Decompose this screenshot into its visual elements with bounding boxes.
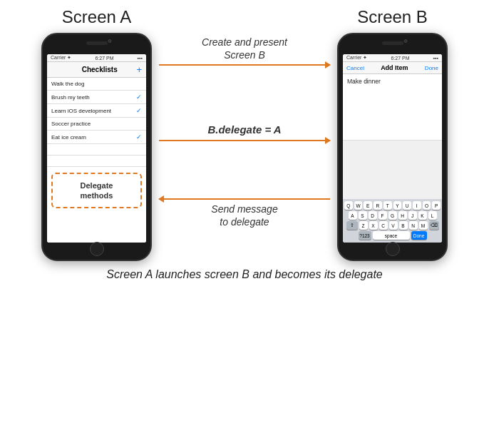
- screen-a-title: Screen A: [62, 7, 131, 27]
- screen-b-nav: Cancel Add Item Done: [343, 62, 442, 74]
- key-f[interactable]: F: [379, 211, 387, 220]
- kb-row-2: A S D F G H J K L: [344, 211, 441, 220]
- kb-row-3: ⇧ Z X C V B N M ⌫: [344, 221, 441, 230]
- key-l[interactable]: L: [428, 211, 437, 220]
- key-w[interactable]: W: [354, 201, 363, 210]
- screen-a-status: Carrier ✦ 6:27 PM ▪▪▪: [47, 54, 146, 62]
- carrier-a: Carrier ✦: [51, 55, 71, 61]
- text-input-area[interactable]: Make dinner: [343, 74, 442, 141]
- list-item-4[interactable]: Soccer practice: [47, 118, 146, 131]
- key-i[interactable]: I: [413, 201, 421, 210]
- list-item-2-check: ✓: [136, 93, 142, 101]
- key-u[interactable]: U: [403, 201, 411, 210]
- screen-b-status: Carrier ✦ 6:27 PM ▪▪▪: [343, 54, 442, 62]
- kb-row-4: ?123 space Done: [344, 231, 441, 240]
- key-shift[interactable]: ⇧: [346, 221, 358, 230]
- kb-row-1: Q W E R T Y U I O P: [344, 201, 441, 210]
- key-t[interactable]: T: [384, 201, 392, 210]
- cancel-button[interactable]: Cancel: [346, 65, 364, 71]
- input-spacer: [343, 141, 442, 199]
- arrow-block-2: B.delegate = A: [159, 123, 330, 141]
- key-b[interactable]: B: [399, 221, 408, 230]
- input-text: Make dinner: [347, 78, 381, 85]
- list-item-5-check: ✓: [136, 133, 142, 141]
- key-e[interactable]: E: [364, 201, 372, 210]
- screen-b-nav-title: Add Item: [381, 64, 408, 71]
- delegate-box: Delegate methods: [51, 173, 142, 208]
- battery-b: ▪▪▪: [433, 56, 438, 61]
- list-item-5-label: Eat ice cream: [51, 134, 86, 141]
- key-y[interactable]: Y: [393, 201, 402, 210]
- list-item-3-check: ✓: [136, 107, 142, 114]
- key-c[interactable]: C: [379, 221, 388, 230]
- arrow-1-line: [159, 64, 330, 66]
- list-item-5[interactable]: Eat ice cream ✓: [47, 131, 146, 144]
- arrow-block-3: Send message to delegate: [159, 198, 330, 228]
- arrow-2-text: B.delegate = A: [207, 123, 281, 136]
- screen-a-nav-title: Checklists: [82, 66, 118, 73]
- phone-b-screen: Carrier ✦ 6:27 PM ▪▪▪ Cancel Add Item Do…: [343, 54, 442, 243]
- delegate-line2: methods: [81, 191, 113, 200]
- key-done[interactable]: Done: [411, 231, 427, 240]
- phone-b-camera: [403, 39, 407, 43]
- arrow-2-label: B.delegate = A: [207, 123, 281, 137]
- arrow-block-1: Create and present Screen B: [159, 36, 330, 66]
- checklist-items: Walk the dog Brush my teeth ✓ Learn iOS …: [47, 78, 146, 243]
- keyboard: Q W E R T Y U I O P A: [343, 199, 442, 243]
- list-item-4-label: Soccer practice: [51, 121, 91, 127]
- list-item-2[interactable]: Brush my teeth ✓: [47, 91, 146, 104]
- key-n[interactable]: N: [409, 221, 418, 230]
- key-r[interactable]: R: [374, 201, 382, 210]
- screens-row: Screen A Carrier ✦ 6:27 PM ▪▪▪ Checklist…: [14, 7, 475, 261]
- key-p[interactable]: P: [432, 201, 441, 210]
- arrow-3-label: Send message to delegate: [211, 203, 277, 228]
- arrow-1-right: [159, 64, 330, 66]
- list-item-3[interactable]: Learn iOS development ✓: [47, 104, 146, 118]
- key-k[interactable]: K: [418, 211, 427, 220]
- key-g[interactable]: G: [388, 211, 397, 220]
- list-item-empty-1: [47, 144, 146, 156]
- phone-a-camera: [108, 39, 111, 43]
- screen-a-column: Screen A Carrier ✦ 6:27 PM ▪▪▪ Checklist…: [41, 7, 152, 261]
- key-h[interactable]: H: [398, 211, 407, 220]
- done-button-b[interactable]: Done: [425, 65, 438, 71]
- delegate-line1: Delegate: [81, 181, 113, 190]
- delegate-box-text: Delegate methods: [81, 180, 113, 201]
- arrow-3-top: Send message: [211, 203, 277, 215]
- arrow-3-line: [159, 198, 330, 200]
- phone-a-screen: Carrier ✦ 6:27 PM ▪▪▪ Checklists + Walk …: [47, 54, 146, 243]
- key-o[interactable]: O: [423, 201, 431, 210]
- phone-b-home[interactable]: [386, 242, 400, 256]
- list-item-2-label: Brush my teeth: [51, 94, 90, 101]
- time-b: 6:27 PM: [391, 56, 409, 61]
- key-m[interactable]: M: [419, 221, 428, 230]
- main-container: Screen A Carrier ✦ 6:27 PM ▪▪▪ Checklist…: [0, 0, 489, 281]
- list-item-3-label: Learn iOS development: [51, 108, 111, 114]
- phone-a: Carrier ✦ 6:27 PM ▪▪▪ Checklists + Walk …: [41, 33, 152, 261]
- key-backspace[interactable]: ⌫: [429, 221, 439, 230]
- key-num[interactable]: ?123: [359, 231, 371, 240]
- key-x[interactable]: X: [369, 221, 378, 230]
- add-item-button-a[interactable]: +: [136, 64, 142, 75]
- time-a: 6:27 PM: [95, 56, 113, 61]
- key-q[interactable]: Q: [344, 201, 353, 210]
- phone-a-home[interactable]: [90, 242, 104, 256]
- carrier-b: Carrier ✦: [346, 55, 367, 61]
- battery-a: ▪▪▪: [138, 56, 143, 61]
- list-item-empty-2: [47, 156, 146, 167]
- key-a[interactable]: A: [349, 211, 357, 220]
- key-j[interactable]: J: [408, 211, 417, 220]
- key-space[interactable]: space: [373, 231, 410, 240]
- arrow-2-right: [159, 140, 330, 141]
- arrow-1-label: Create and present Screen B: [202, 36, 287, 61]
- key-d[interactable]: D: [369, 211, 377, 220]
- middle-section: Create and present Screen B B.delegate =…: [152, 7, 337, 235]
- key-z[interactable]: Z: [359, 221, 368, 230]
- screen-b-title: Screen B: [357, 7, 428, 27]
- arrow-3-left: [159, 198, 330, 200]
- key-s[interactable]: S: [359, 211, 367, 220]
- arrow-1-text: Create and present Screen B: [202, 36, 287, 61]
- screen-b-column: Screen B Carrier ✦ 6:27 PM ▪▪▪ Cancel Ad…: [337, 7, 448, 261]
- list-item-1[interactable]: Walk the dog: [47, 78, 146, 91]
- key-v[interactable]: V: [389, 221, 398, 230]
